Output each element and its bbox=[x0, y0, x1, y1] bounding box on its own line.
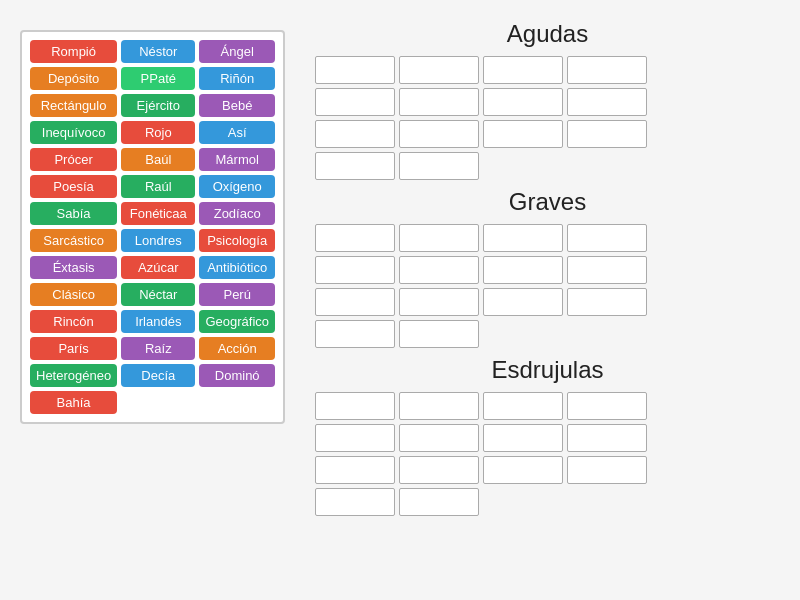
word-tag[interactable]: Bahía bbox=[30, 391, 117, 414]
word-tag[interactable]: Rectángulo bbox=[30, 94, 117, 117]
drop-cell[interactable] bbox=[315, 320, 395, 348]
drop-cell[interactable] bbox=[483, 456, 563, 484]
word-tag[interactable]: Azúcar bbox=[121, 256, 195, 279]
word-tag[interactable]: Rincón bbox=[30, 310, 117, 333]
word-tag[interactable]: Irlandés bbox=[121, 310, 195, 333]
drop-cell[interactable] bbox=[399, 152, 479, 180]
word-tag[interactable]: Rompió bbox=[30, 40, 117, 63]
word-tag[interactable]: Prócer bbox=[30, 148, 117, 171]
word-tag[interactable]: Néctar bbox=[121, 283, 195, 306]
word-grid: RompióNéstorÁngelDepósitoPPatéRiñónRectá… bbox=[30, 40, 275, 414]
drop-cell[interactable] bbox=[399, 120, 479, 148]
drop-cell[interactable] bbox=[315, 424, 395, 452]
drop-cell[interactable] bbox=[315, 456, 395, 484]
drop-cell[interactable] bbox=[567, 224, 647, 252]
word-tag[interactable]: Rojo bbox=[121, 121, 195, 144]
word-tag[interactable]: Sabía bbox=[30, 202, 117, 225]
word-tag[interactable]: Raíz bbox=[121, 337, 195, 360]
word-tag[interactable]: Así bbox=[199, 121, 275, 144]
word-tag[interactable]: Perú bbox=[199, 283, 275, 306]
word-tag[interactable]: Bebé bbox=[199, 94, 275, 117]
drop-cell[interactable] bbox=[315, 256, 395, 284]
word-bank: RompióNéstorÁngelDepósitoPPatéRiñónRectá… bbox=[20, 30, 285, 424]
drop-zones: Agudas Graves bbox=[285, 20, 780, 524]
word-tag[interactable]: Éxtasis bbox=[30, 256, 117, 279]
word-tag[interactable]: Acción bbox=[199, 337, 275, 360]
esdrujulas-section: Esdrujulas bbox=[315, 356, 780, 516]
drop-cell[interactable] bbox=[567, 56, 647, 84]
word-tag[interactable]: Riñón bbox=[199, 67, 275, 90]
drop-cell[interactable] bbox=[315, 152, 395, 180]
drop-cell[interactable] bbox=[315, 392, 395, 420]
drop-cell[interactable] bbox=[399, 88, 479, 116]
word-tag[interactable]: Mármol bbox=[199, 148, 275, 171]
drop-cell[interactable] bbox=[567, 256, 647, 284]
word-tag[interactable]: Geográfico bbox=[199, 310, 275, 333]
drop-cell[interactable] bbox=[315, 56, 395, 84]
graves-section: Graves bbox=[315, 188, 780, 348]
drop-cell[interactable] bbox=[399, 392, 479, 420]
drop-cell[interactable] bbox=[483, 88, 563, 116]
agudas-grid bbox=[315, 56, 780, 180]
word-tag[interactable]: Clásico bbox=[30, 283, 117, 306]
word-tag[interactable]: Ejército bbox=[121, 94, 195, 117]
word-tag[interactable]: Oxígeno bbox=[199, 175, 275, 198]
esdrujulas-grid bbox=[315, 392, 780, 516]
drop-cell[interactable] bbox=[315, 88, 395, 116]
word-tag[interactable]: Zodíaco bbox=[199, 202, 275, 225]
esdrujulas-title: Esdrujulas bbox=[315, 356, 780, 384]
drop-cell[interactable] bbox=[567, 392, 647, 420]
drop-cell[interactable] bbox=[483, 120, 563, 148]
word-tag[interactable]: Raúl bbox=[121, 175, 195, 198]
drop-cell[interactable] bbox=[483, 288, 563, 316]
word-tag[interactable]: Heterogéneo bbox=[30, 364, 117, 387]
drop-cell[interactable] bbox=[483, 56, 563, 84]
word-tag[interactable]: PPaté bbox=[121, 67, 195, 90]
word-tag[interactable]: Néstor bbox=[121, 40, 195, 63]
word-tag[interactable]: Psicología bbox=[199, 229, 275, 252]
agudas-title: Agudas bbox=[315, 20, 780, 48]
word-tag[interactable]: Fonéticaa bbox=[121, 202, 195, 225]
drop-cell[interactable] bbox=[567, 120, 647, 148]
drop-cell[interactable] bbox=[483, 224, 563, 252]
word-tag[interactable]: Ángel bbox=[199, 40, 275, 63]
drop-cell[interactable] bbox=[315, 224, 395, 252]
word-tag[interactable]: Baúl bbox=[121, 148, 195, 171]
drop-cell[interactable] bbox=[567, 456, 647, 484]
graves-grid bbox=[315, 224, 780, 348]
drop-cell[interactable] bbox=[399, 488, 479, 516]
word-tag[interactable]: Decía bbox=[121, 364, 195, 387]
drop-cell[interactable] bbox=[315, 288, 395, 316]
word-tag[interactable]: Dominó bbox=[199, 364, 275, 387]
drop-cell[interactable] bbox=[399, 288, 479, 316]
drop-cell[interactable] bbox=[399, 320, 479, 348]
word-tag[interactable]: Poesía bbox=[30, 175, 117, 198]
drop-cell[interactable] bbox=[399, 224, 479, 252]
drop-cell[interactable] bbox=[567, 424, 647, 452]
graves-title: Graves bbox=[315, 188, 780, 216]
drop-cell[interactable] bbox=[483, 392, 563, 420]
drop-cell[interactable] bbox=[399, 56, 479, 84]
word-tag[interactable]: Inequívoco bbox=[30, 121, 117, 144]
drop-cell[interactable] bbox=[567, 88, 647, 116]
drop-cell[interactable] bbox=[315, 488, 395, 516]
drop-cell[interactable] bbox=[315, 120, 395, 148]
word-tag[interactable]: Londres bbox=[121, 229, 195, 252]
word-tag[interactable]: Sarcástico bbox=[30, 229, 117, 252]
word-tag[interactable]: Depósito bbox=[30, 67, 117, 90]
word-tag[interactable]: París bbox=[30, 337, 117, 360]
drop-cell[interactable] bbox=[399, 456, 479, 484]
word-tag[interactable]: Antibiótico bbox=[199, 256, 275, 279]
agudas-section: Agudas bbox=[315, 20, 780, 180]
drop-cell[interactable] bbox=[483, 256, 563, 284]
drop-cell[interactable] bbox=[399, 256, 479, 284]
drop-cell[interactable] bbox=[567, 288, 647, 316]
drop-cell[interactable] bbox=[483, 424, 563, 452]
drop-cell[interactable] bbox=[399, 424, 479, 452]
